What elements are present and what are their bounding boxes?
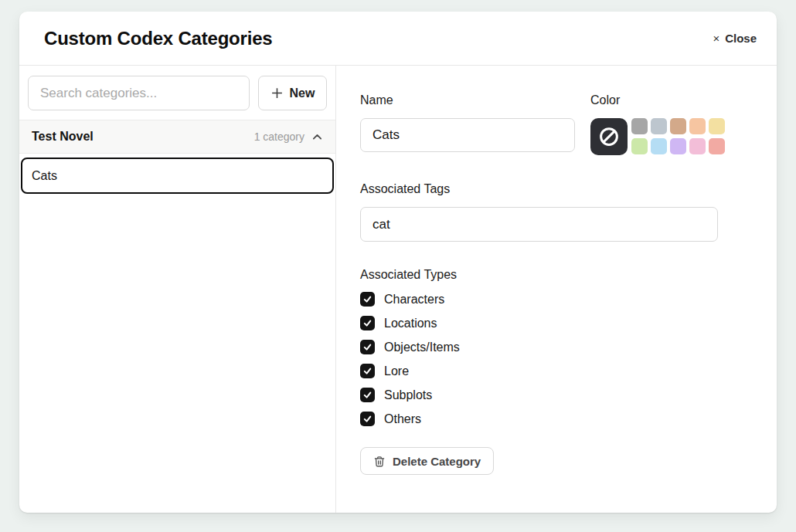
no-color-swatch[interactable]	[590, 118, 628, 155]
checkbox-locations[interactable]	[360, 316, 375, 330]
dialog-header: Custom Codex Categories × Close	[19, 12, 777, 66]
check-icon	[362, 294, 372, 304]
sidebar-toolbar: New	[19, 66, 335, 120]
tags-field-group: Associated Tags	[360, 182, 753, 242]
check-icon	[362, 366, 372, 376]
color-swatch-10[interactable]	[709, 138, 725, 154]
color-swatch-grid	[631, 118, 725, 154]
types-field-group: Associated Types Characters	[360, 268, 753, 426]
type-label-objects-items: Objects/Items	[384, 341, 460, 354]
category-item-cats[interactable]: Cats	[21, 158, 334, 194]
checkbox-objects-items[interactable]	[360, 340, 375, 354]
new-button-label: New	[290, 86, 315, 100]
category-editor: Name Color	[336, 66, 777, 513]
color-field-group: Color	[590, 93, 725, 155]
associated-types-label: Associated Types	[360, 268, 753, 282]
color-swatch-8[interactable]	[670, 138, 686, 154]
type-row-objects-items[interactable]: Objects/Items	[360, 340, 753, 354]
color-swatch-1[interactable]	[631, 118, 648, 134]
color-swatch-4[interactable]	[689, 118, 706, 134]
check-icon	[362, 342, 372, 352]
custom-codex-categories-dialog: Custom Codex Categories × Close New Test…	[19, 12, 777, 513]
category-count-badge: 1 category	[254, 130, 304, 143]
associated-tags-label: Associated Tags	[360, 182, 753, 196]
checkbox-characters[interactable]	[360, 292, 375, 307]
type-label-others: Others	[384, 412, 421, 426]
type-row-locations[interactable]: Locations	[360, 316, 753, 330]
categories-sidebar: New Test Novel 1 category Cats	[19, 66, 336, 513]
name-color-row: Name Color	[360, 93, 753, 155]
name-input[interactable]	[360, 118, 575, 152]
dialog-body: New Test Novel 1 category Cats	[19, 66, 777, 513]
novel-group-header[interactable]: Test Novel 1 category	[19, 120, 335, 154]
color-swatch-7[interactable]	[651, 138, 667, 154]
delete-button-label: Delete Category	[393, 455, 481, 468]
checkbox-others[interactable]	[360, 412, 375, 426]
color-swatch-3[interactable]	[670, 118, 686, 134]
color-label: Color	[590, 93, 725, 107]
types-list: Characters Locations	[360, 292, 753, 426]
type-label-characters: Characters	[384, 293, 444, 307]
check-icon	[362, 390, 372, 400]
type-row-others[interactable]: Others	[360, 412, 753, 426]
name-field-group: Name	[360, 93, 575, 155]
type-row-subplots[interactable]: Subplots	[360, 388, 753, 402]
checkbox-subplots[interactable]	[360, 388, 375, 402]
close-button[interactable]: × Close	[713, 32, 757, 45]
close-button-label: Close	[725, 32, 757, 45]
color-swatch-5[interactable]	[709, 118, 725, 134]
search-input[interactable]	[28, 76, 250, 110]
associated-tags-input[interactable]	[360, 207, 718, 242]
color-swatch-9[interactable]	[689, 138, 706, 154]
type-label-lore: Lore	[384, 364, 409, 378]
color-swatch-row	[590, 118, 725, 155]
trash-icon	[373, 455, 386, 468]
check-icon	[362, 318, 372, 328]
type-row-lore[interactable]: Lore	[360, 364, 753, 378]
plus-icon	[270, 86, 284, 100]
dialog-title: Custom Codex Categories	[44, 28, 272, 49]
name-label: Name	[360, 93, 575, 107]
category-item-label: Cats	[32, 169, 57, 183]
chevron-up-icon[interactable]	[311, 131, 323, 143]
novel-group-title: Test Novel	[32, 130, 94, 144]
delete-category-button[interactable]: Delete Category	[360, 447, 494, 475]
type-label-locations: Locations	[384, 317, 437, 330]
close-icon: ×	[713, 32, 719, 45]
checkbox-lore[interactable]	[360, 364, 375, 378]
no-color-icon	[597, 125, 621, 148]
new-category-button[interactable]: New	[258, 76, 327, 110]
category-list: Cats	[19, 154, 335, 198]
novel-group-meta: 1 category	[254, 130, 323, 143]
color-swatch-2[interactable]	[651, 118, 667, 134]
color-swatch-6[interactable]	[631, 138, 648, 154]
check-icon	[362, 414, 372, 424]
type-label-subplots: Subplots	[384, 388, 432, 402]
type-row-characters[interactable]: Characters	[360, 292, 753, 307]
